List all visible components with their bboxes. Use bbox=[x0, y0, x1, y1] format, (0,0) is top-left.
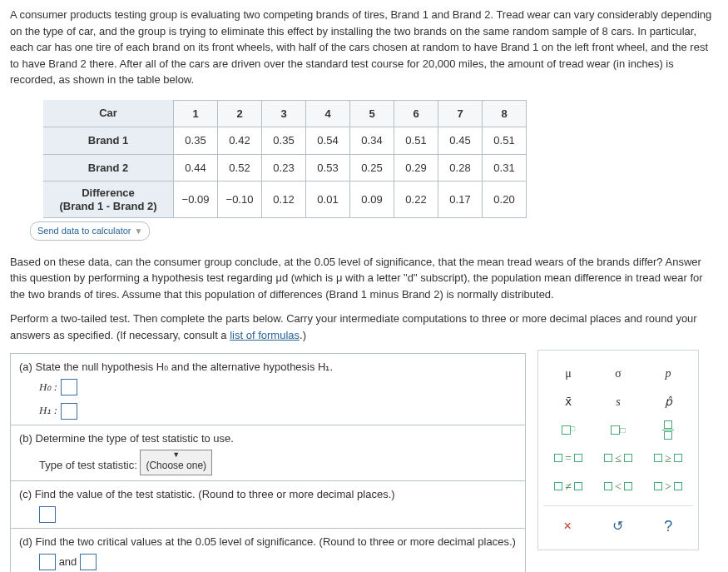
cell: 0.29 bbox=[394, 154, 438, 182]
sym-s[interactable]: s bbox=[598, 390, 638, 412]
sym-fraction[interactable] bbox=[648, 419, 688, 440]
cell: 0.25 bbox=[350, 154, 394, 182]
cell: 0.17 bbox=[438, 182, 483, 218]
sym-lt[interactable]: < bbox=[598, 475, 638, 497]
cell: 0.31 bbox=[483, 154, 527, 182]
car-col: 3 bbox=[262, 100, 306, 127]
cell: 0.20 bbox=[483, 182, 527, 218]
cell: 0.45 bbox=[438, 127, 483, 155]
cell: 0.44 bbox=[174, 154, 218, 182]
car-col: 2 bbox=[218, 100, 262, 127]
instruction-paragraph-2: Perform a two-tailed test. Then complete… bbox=[10, 311, 718, 343]
test-statistic-select[interactable]: ▼ (Choose one) bbox=[140, 450, 212, 475]
crit-val-2-input[interactable] bbox=[80, 554, 97, 570]
and-text: and bbox=[59, 555, 77, 568]
test-statistic-label: Type of test statistic: bbox=[39, 459, 137, 471]
sym-phat[interactable]: p̂ bbox=[648, 390, 688, 412]
sym-xbar[interactable]: x̄ bbox=[548, 390, 588, 412]
sym-ne[interactable]: ≠ bbox=[548, 475, 588, 497]
hdr-brand1: Brand 1 bbox=[43, 127, 174, 155]
cell: 0.34 bbox=[350, 127, 394, 155]
sym-subscript[interactable]: □ bbox=[598, 419, 638, 440]
sym-mu[interactable]: μ bbox=[548, 362, 588, 384]
part-b: (b) Determine the type of test statistic… bbox=[11, 425, 525, 482]
part-a: (a) State the null hypothesis H₀ and the… bbox=[11, 354, 525, 425]
clear-button[interactable]: × bbox=[564, 516, 572, 536]
cell: 0.53 bbox=[306, 154, 350, 182]
cell: 0.54 bbox=[306, 127, 350, 155]
hdr-car: Car bbox=[43, 100, 174, 127]
hdr-difference: Difference (Brand 1 - Brand 2) bbox=[43, 182, 174, 218]
cell: 0.28 bbox=[438, 154, 483, 182]
hdr-brand2: Brand 2 bbox=[43, 154, 174, 182]
reset-button[interactable]: ↺ bbox=[612, 516, 623, 536]
question-box: (a) State the null hypothesis H₀ and the… bbox=[10, 353, 526, 572]
formulas-link[interactable]: list of formulas bbox=[230, 329, 300, 341]
sym-p[interactable]: p bbox=[648, 362, 688, 384]
cell: 0.22 bbox=[394, 182, 438, 218]
send-data-link[interactable]: Send data to calculator▼ bbox=[30, 221, 150, 241]
car-col: 4 bbox=[306, 100, 350, 127]
data-table: Car 1 2 3 4 5 6 7 8 Brand 1 0.35 0.42 0.… bbox=[43, 100, 527, 219]
sym-gt[interactable]: > bbox=[648, 475, 688, 497]
car-col: 5 bbox=[350, 100, 394, 127]
help-button[interactable]: ? bbox=[664, 515, 672, 538]
car-col: 6 bbox=[394, 100, 438, 127]
sym-ge[interactable]: ≥ bbox=[648, 447, 688, 469]
cell: 0.09 bbox=[350, 182, 394, 218]
h0-label: H₀ : bbox=[39, 381, 57, 393]
h1-label: H₁ : bbox=[39, 404, 57, 416]
intro-paragraph: A consumer products testing group is eva… bbox=[10, 7, 718, 88]
instruction-paragraph-1: Based on these data, can the consumer gr… bbox=[10, 254, 718, 303]
sym-sigma[interactable]: σ bbox=[598, 362, 638, 384]
cell: 0.52 bbox=[218, 154, 262, 182]
cell: 0.12 bbox=[262, 182, 306, 218]
cell: 0.35 bbox=[262, 127, 306, 155]
sym-le[interactable]: ≤ bbox=[598, 447, 638, 469]
car-col: 8 bbox=[483, 100, 527, 127]
cell: 0.51 bbox=[483, 127, 527, 155]
h0-input[interactable] bbox=[61, 379, 77, 395]
symbol-palette: μ σ p x̄ s p̂ □ □ = ≤ ≥ ≠ < > × ↺ ? bbox=[537, 350, 699, 550]
cell: 0.01 bbox=[306, 182, 350, 218]
cell: 0.42 bbox=[218, 127, 262, 155]
cell: 0.23 bbox=[262, 154, 306, 182]
part-d: (d) Find the two critical values at the … bbox=[11, 529, 525, 572]
cell: 0.35 bbox=[174, 127, 218, 155]
crit-val-1-input[interactable] bbox=[39, 554, 56, 570]
car-col: 7 bbox=[438, 100, 483, 127]
h1-input[interactable] bbox=[61, 403, 77, 420]
cell: −0.09 bbox=[174, 182, 218, 218]
sym-eq[interactable]: = bbox=[548, 447, 588, 469]
car-col: 1 bbox=[174, 100, 218, 127]
cell: 0.51 bbox=[394, 127, 438, 155]
sym-power[interactable]: □ bbox=[548, 419, 588, 440]
test-stat-input[interactable] bbox=[39, 506, 56, 523]
chevron-down-icon: ▼ bbox=[135, 226, 143, 236]
cell: −0.10 bbox=[218, 182, 262, 218]
part-c: (c) Find the value of the test statistic… bbox=[11, 481, 525, 529]
